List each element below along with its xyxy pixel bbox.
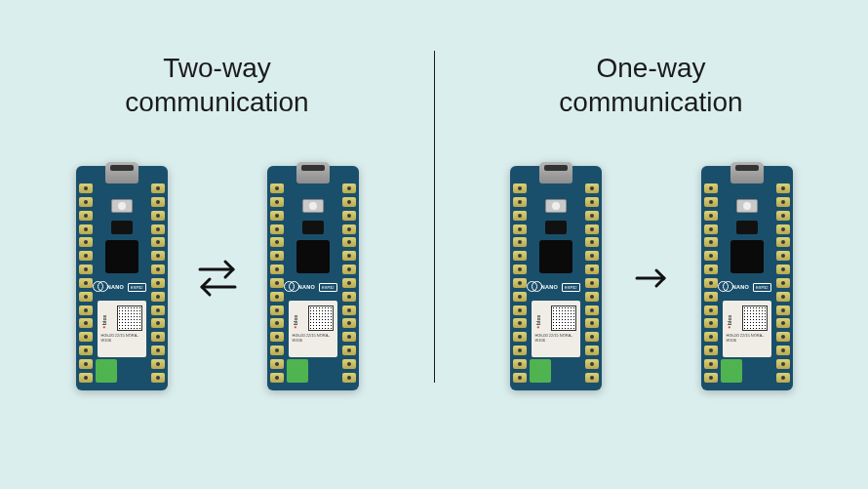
header-pin: [270, 373, 284, 383]
module-vendor-label: ●blox: [535, 306, 541, 331]
arduino-logo: NANOESP32: [723, 279, 771, 295]
header-pin: [151, 211, 165, 221]
header-pin: [270, 278, 284, 288]
main-chip: [730, 240, 764, 273]
header-pin: [513, 224, 527, 234]
antenna: [96, 359, 117, 383]
header-pin: [151, 224, 165, 234]
header-pin: [585, 251, 599, 261]
header-pin: [342, 359, 356, 369]
header-pin: [151, 265, 165, 274]
header-pin: [79, 251, 93, 261]
header-pin: [79, 278, 93, 288]
header-pin: [342, 292, 356, 302]
module-vendor-label: ●blox: [101, 306, 107, 331]
header-pin: [513, 318, 527, 328]
antenna: [287, 359, 308, 383]
header-pin: [151, 373, 165, 383]
header-pin: [342, 332, 356, 342]
header-pin: [585, 373, 599, 383]
header-pin: [79, 306, 93, 315]
header-pin: [776, 224, 790, 234]
header-pin: [270, 292, 284, 302]
header-pin: [704, 265, 718, 274]
qr-code-icon: [551, 306, 576, 331]
header-pin: [270, 318, 284, 328]
usb-connector: [730, 162, 764, 183]
header-pin: [585, 318, 599, 328]
header-pin: [704, 224, 718, 234]
header-pin: [342, 211, 356, 221]
brand-label: NANO: [732, 284, 749, 290]
header-pin: [776, 237, 790, 247]
header-pin: [513, 346, 527, 355]
right-title: One-way communication: [559, 51, 742, 119]
header-pin: [585, 278, 599, 288]
header-pin: [79, 183, 93, 193]
wifi-module: ●bloxH09-00 22/15 NORA-W106: [98, 301, 146, 357]
header-pin: [151, 359, 165, 369]
header-pin: [585, 197, 599, 207]
header-pin: [776, 306, 790, 315]
main-chip: [105, 240, 138, 273]
wifi-module: ●bloxH09-00 22/15 NORA-W106: [289, 301, 337, 357]
header-pin: [342, 318, 356, 328]
right-panel: One-way communication NANOESP32●bloxH09-…: [434, 0, 868, 489]
header-pin: [704, 183, 718, 193]
main-chip: [296, 240, 330, 273]
header-pin: [513, 292, 527, 302]
header-pin: [270, 224, 284, 234]
header-pin: [776, 346, 790, 355]
header-pin: [342, 237, 356, 247]
reset-button: [302, 199, 324, 213]
arduino-board: NANOESP32●bloxH09-00 22/15 NORA-W106: [701, 166, 793, 390]
header-pin: [704, 306, 718, 315]
small-chip: [111, 221, 133, 234]
header-pin: [270, 332, 284, 342]
header-pin: [342, 251, 356, 261]
header-pin: [776, 211, 790, 221]
left-title: Two-way communication: [125, 51, 308, 119]
header-pin: [342, 278, 356, 288]
header-pin: [776, 359, 790, 369]
header-pin: [513, 237, 527, 247]
header-pin: [79, 197, 93, 207]
header-pin: [585, 265, 599, 274]
usb-connector: [539, 162, 572, 183]
title-line-1: Two-way: [163, 53, 270, 83]
module-vendor-label: ●blox: [727, 306, 732, 331]
header-pin: [79, 359, 93, 369]
header-pin: [704, 197, 718, 207]
header-pin: [704, 237, 718, 247]
header-pin: [776, 251, 790, 261]
module-part-label: H09-00 22/15 NORA-W106: [101, 333, 142, 343]
model-label: ESP32: [753, 283, 770, 292]
left-row: NANOESP32●bloxH09-00 22/15 NORA-W106 NAN…: [76, 166, 359, 390]
small-chip: [736, 221, 758, 234]
header-pin: [585, 292, 599, 302]
header-pin: [79, 318, 93, 328]
arduino-board: NANOESP32●bloxH09-00 22/15 NORA-W106: [267, 166, 359, 390]
usb-connector: [296, 162, 330, 183]
header-pin: [776, 292, 790, 302]
header-pin: [151, 237, 165, 247]
model-label: ESP32: [319, 283, 336, 292]
header-pin: [585, 332, 599, 342]
header-pin: [151, 346, 165, 355]
header-pin: [270, 211, 284, 221]
header-pin: [79, 373, 93, 383]
main-chip: [539, 240, 572, 273]
header-pin: [342, 265, 356, 274]
arduino-logo: NANOESP32: [98, 279, 146, 295]
header-pin: [776, 318, 790, 328]
header-pin: [704, 359, 718, 369]
header-pin: [79, 346, 93, 355]
header-pin: [270, 346, 284, 355]
right-row: NANOESP32●bloxH09-00 22/15 NORA-W106 NAN…: [510, 166, 793, 390]
wifi-module: ●bloxH09-00 22/15 NORA-W106: [532, 301, 580, 357]
module-part-label: H09-00 22/15 NORA-W106: [727, 333, 768, 343]
qr-code-icon: [308, 306, 334, 331]
header-pin: [270, 183, 284, 193]
title-line-1: One-way: [596, 53, 705, 83]
usb-connector: [105, 162, 138, 183]
